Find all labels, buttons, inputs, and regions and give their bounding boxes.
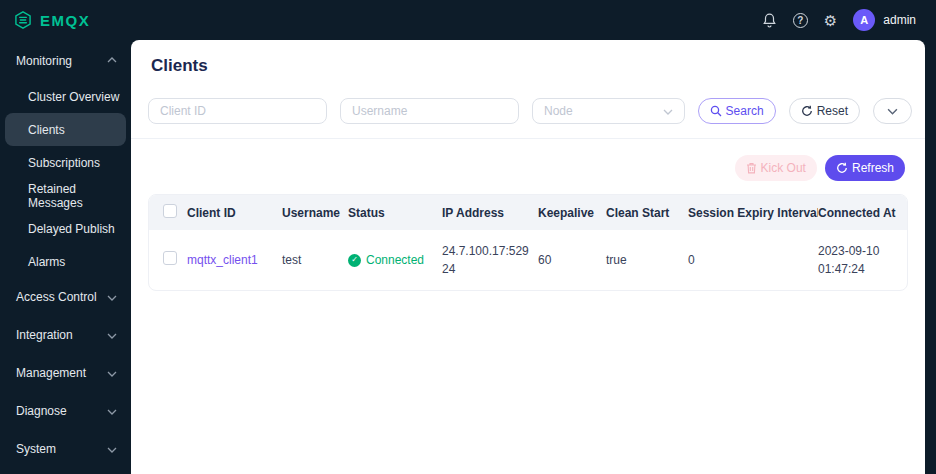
sidebar-item-label: Monitoring: [16, 54, 72, 68]
chevron-down-icon: [663, 104, 673, 118]
refresh-button-label: Refresh: [852, 161, 894, 175]
chevron-down-icon: [107, 290, 117, 304]
chevron-down-icon: [887, 104, 898, 118]
chevron-down-icon: [107, 328, 117, 342]
client-id-input[interactable]: [148, 98, 327, 124]
sidebar-item-label: Access Control: [16, 290, 97, 304]
sidebar-item-monitoring[interactable]: Monitoring: [0, 42, 131, 80]
col-header-session-expiry-interval: Session Expiry Interval: [688, 195, 818, 230]
top-header: EMQX ? ⚙ A admin: [0, 0, 936, 40]
status-badge: ✓ Connected: [348, 251, 434, 269]
sidebar-item-retained-messages[interactable]: Retained Messages: [0, 179, 131, 212]
row-checkbox[interactable]: [163, 251, 177, 265]
sidebar-item-label: Management: [16, 366, 86, 380]
col-header-clean-start: Clean Start: [606, 195, 688, 230]
chevron-down-icon: [107, 442, 117, 456]
bell-icon[interactable]: [762, 12, 777, 28]
sidebar-item-label: System: [16, 442, 56, 456]
expand-filters-button[interactable]: [873, 98, 912, 124]
emqx-hexagon-icon: [13, 10, 33, 30]
col-header-username: Username: [282, 195, 348, 230]
connected-check-icon: ✓: [348, 254, 361, 267]
chevron-down-icon: [107, 404, 117, 418]
cell-session-expiry-interval: 0: [688, 230, 818, 290]
table-row: mqttx_client1 test ✓ Connected 24.7.100.…: [149, 230, 907, 290]
cell-ip-address: 24.7.100.17:52924: [442, 230, 538, 290]
kick-out-button-label: Kick Out: [761, 161, 806, 175]
filter-bar: Node Search Reset: [131, 76, 925, 124]
sidebar-item-label: Delayed Publish: [28, 222, 115, 236]
cell-keepalive: 60: [538, 230, 606, 290]
table-header-row: Client ID Username Status IP Address Kee…: [149, 195, 907, 230]
col-header-ip-address: IP Address: [442, 195, 538, 230]
username-label: admin: [883, 13, 916, 27]
col-header-client-id: Client ID: [187, 195, 282, 230]
sidebar-item-label: Diagnose: [16, 404, 67, 418]
sidebar-nav: Monitoring Cluster Overview Clients Subs…: [0, 40, 131, 474]
gear-icon[interactable]: ⚙: [824, 13, 837, 28]
app-body: Monitoring Cluster Overview Clients Subs…: [0, 40, 936, 474]
sidebar-item-access-control[interactable]: Access Control: [0, 278, 131, 316]
avatar: A: [853, 9, 875, 31]
main-content: Clients Node Search Reset: [131, 40, 925, 474]
reset-button[interactable]: Reset: [789, 98, 860, 124]
kick-out-button[interactable]: Kick Out: [735, 155, 817, 181]
trash-icon: [746, 162, 757, 174]
sidebar-item-cluster-overview[interactable]: Cluster Overview: [0, 80, 131, 113]
chevron-up-icon: [107, 54, 117, 68]
sidebar-item-label: Integration: [16, 328, 73, 342]
page-title: Clients: [151, 56, 905, 76]
col-header-connected-at: Connected At: [818, 195, 907, 230]
cell-username: test: [282, 230, 348, 290]
reset-icon: [801, 105, 813, 117]
client-id-link[interactable]: mqttx_client1: [187, 253, 258, 267]
reset-button-label: Reset: [817, 104, 848, 118]
refresh-button[interactable]: Refresh: [825, 155, 905, 181]
refresh-icon: [836, 162, 848, 174]
sidebar-item-diagnose[interactable]: Diagnose: [0, 392, 131, 430]
sidebar-item-delayed-publish[interactable]: Delayed Publish: [0, 212, 131, 245]
sidebar-item-label: Alarms: [28, 255, 65, 269]
search-button[interactable]: Search: [698, 98, 776, 124]
clients-table: Client ID Username Status IP Address Kee…: [148, 194, 908, 291]
sidebar-item-subscriptions[interactable]: Subscriptions: [0, 146, 131, 179]
col-header-status: Status: [348, 195, 442, 230]
status-label: Connected: [366, 251, 424, 269]
sidebar-item-alarms[interactable]: Alarms: [0, 245, 131, 278]
col-header-keepalive: Keepalive: [538, 195, 606, 230]
sidebar-item-management[interactable]: Management: [0, 354, 131, 392]
sidebar-item-system[interactable]: System: [0, 430, 131, 468]
sidebar-item-label: Cluster Overview: [28, 90, 119, 104]
node-select-placeholder: Node: [544, 104, 573, 118]
emqx-logo[interactable]: EMQX: [13, 10, 90, 30]
search-icon: [710, 105, 722, 117]
sidebar-item-integration[interactable]: Integration: [0, 316, 131, 354]
sidebar-item-label: Retained Messages: [28, 182, 131, 210]
select-all-checkbox[interactable]: [163, 204, 177, 218]
brand-name: EMQX: [40, 12, 90, 29]
help-icon[interactable]: ?: [793, 13, 808, 28]
user-menu[interactable]: A admin: [853, 9, 916, 31]
page-head: Clients: [131, 40, 925, 76]
username-input[interactable]: [340, 98, 519, 124]
sidebar-item-clients[interactable]: Clients: [5, 113, 126, 146]
node-select[interactable]: Node: [532, 98, 685, 124]
sidebar-item-label: Clients: [28, 123, 65, 137]
chevron-down-icon: [107, 366, 117, 380]
sidebar-item-label: Subscriptions: [28, 156, 100, 170]
cell-connected-at: 2023-09-10 01:47:24: [818, 230, 907, 290]
header-actions: ? ⚙ A admin: [762, 9, 916, 31]
table-actions: Kick Out Refresh: [131, 139, 925, 194]
search-button-label: Search: [726, 104, 764, 118]
cell-clean-start: true: [606, 230, 688, 290]
